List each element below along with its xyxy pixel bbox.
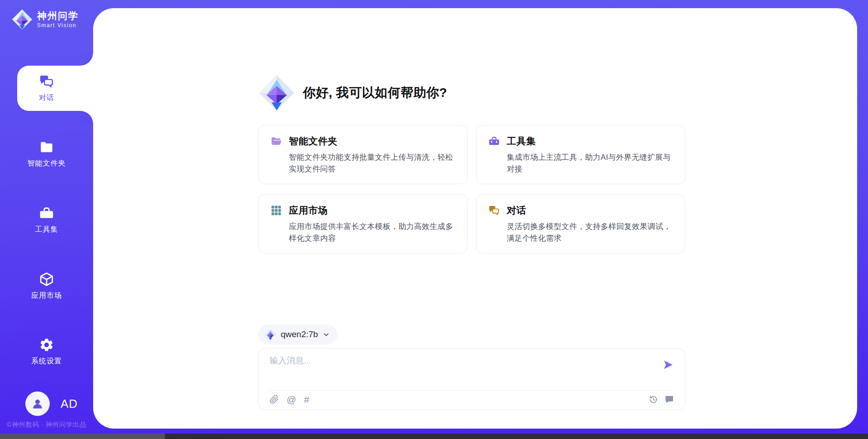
card-description: 集成市场上主流工具，助力AI与外界无缝扩展与对接 bbox=[507, 152, 673, 175]
model-selector[interactable]: qwen2:7b bbox=[258, 324, 337, 344]
brand-diamond-icon bbox=[12, 9, 33, 30]
sidebar-item-label: 应用市场 bbox=[31, 291, 62, 301]
paperclip-icon[interactable] bbox=[269, 395, 279, 404]
send-icon bbox=[662, 359, 674, 371]
sidebar-item-label: 系统设置 bbox=[31, 357, 62, 366]
user-account[interactable]: AD bbox=[25, 391, 78, 416]
greeting-title: 你好, 我可以如何帮助你? bbox=[303, 84, 447, 101]
card-chat[interactable]: 对话 灵活切换多模型文件，支持多样回复效果调试，满足个性化需求 bbox=[476, 194, 685, 253]
card-description: 智能文件夹功能支持批量文件上传与清洗，轻松实现文件问答 bbox=[289, 152, 455, 175]
card-toolkit[interactable]: 工具集 集成市场上主流工具，助力AI与外界无缝扩展与对接 bbox=[476, 125, 685, 184]
send-button[interactable] bbox=[661, 358, 675, 372]
feature-cards: 智能文件夹 智能文件夹功能支持批量文件上传与清洗，轻松实现文件问答 工具集 集成… bbox=[258, 125, 686, 253]
brand: 神州问学 Smart Vision bbox=[12, 9, 79, 30]
cube-icon bbox=[39, 272, 54, 287]
brand-subtitle: Smart Vision bbox=[37, 22, 79, 29]
chevron-down-icon bbox=[322, 331, 330, 339]
sidebar: 神州问学 Smart Vision 对话 智能文件夹 工具集 应用市场 系统设置 bbox=[0, 0, 93, 439]
card-title: 工具集 bbox=[507, 135, 536, 148]
chat-bubble-icon[interactable] bbox=[665, 395, 674, 404]
history-icon[interactable] bbox=[649, 395, 658, 404]
composer-toolbar: @ # bbox=[269, 390, 675, 410]
sidebar-item-chat[interactable]: 对话 bbox=[0, 66, 93, 111]
card-description: 应用市场提供丰富长文本模板，助力高效生成多样化文章内容 bbox=[289, 221, 455, 244]
active-tab-fillet-top bbox=[80, 53, 93, 66]
horizontal-scrollbar[interactable] bbox=[0, 434, 868, 439]
card-title: 应用市场 bbox=[289, 204, 328, 217]
brand-name: 神州问学 bbox=[37, 10, 79, 21]
folder-icon bbox=[39, 139, 54, 155]
person-icon bbox=[31, 397, 44, 410]
hash-icon[interactable]: # bbox=[304, 395, 309, 404]
chat-icon bbox=[488, 205, 500, 216]
gear-icon bbox=[39, 337, 54, 353]
toolbox-icon bbox=[39, 205, 54, 221]
scrollbar-thumb[interactable] bbox=[0, 434, 165, 439]
assistant-diamond-icon bbox=[259, 75, 295, 111]
chat-icon bbox=[39, 74, 54, 89]
active-tab-background bbox=[17, 66, 93, 111]
card-title: 智能文件夹 bbox=[289, 135, 338, 148]
user-name: AD bbox=[61, 397, 78, 411]
sidebar-item-label: 对话 bbox=[39, 93, 54, 103]
grid-icon bbox=[270, 205, 282, 216]
card-title: 对话 bbox=[507, 204, 526, 217]
model-diamond-icon bbox=[264, 329, 276, 340]
sidebar-item-app-market[interactable]: 应用市场 bbox=[0, 263, 93, 309]
sidebar-item-smart-folder[interactable]: 智能文件夹 bbox=[0, 131, 93, 177]
folder-open-icon bbox=[270, 135, 282, 147]
sidebar-item-label: 工具集 bbox=[35, 225, 58, 234]
main-panel: 你好, 我可以如何帮助你? 智能文件夹 智能文件夹功能支持批量文件上传与清洗，轻… bbox=[93, 8, 857, 429]
card-app-market[interactable]: 应用市场 应用市场提供丰富长文本模板，助力高效生成多样化文章内容 bbox=[258, 194, 467, 253]
model-name: qwen2:7b bbox=[281, 329, 318, 339]
sidebar-item-label: 智能文件夹 bbox=[28, 159, 66, 168]
message-composer: @ # bbox=[258, 348, 685, 410]
toolbox-icon bbox=[488, 135, 500, 147]
avatar bbox=[25, 391, 50, 416]
sidebar-item-toolkit[interactable]: 工具集 bbox=[0, 197, 93, 243]
sidebar-item-settings[interactable]: 系统设置 bbox=[0, 329, 93, 374]
card-smart-folder[interactable]: 智能文件夹 智能文件夹功能支持批量文件上传与清洗，轻松实现文件问答 bbox=[258, 125, 467, 184]
message-input[interactable] bbox=[269, 355, 661, 377]
greeting: 你好, 我可以如何帮助你? bbox=[259, 75, 447, 111]
sidebar-footer: ©神州数码 · 神州问学出品 bbox=[0, 420, 93, 429]
at-icon[interactable]: @ bbox=[287, 395, 296, 404]
app-window: 神州问学 Smart Vision 对话 智能文件夹 工具集 应用市场 系统设置 bbox=[0, 0, 868, 439]
card-description: 灵活切换多模型文件，支持多样回复效果调试，满足个性化需求 bbox=[507, 221, 673, 244]
active-tab-fillet-bottom bbox=[80, 111, 93, 124]
